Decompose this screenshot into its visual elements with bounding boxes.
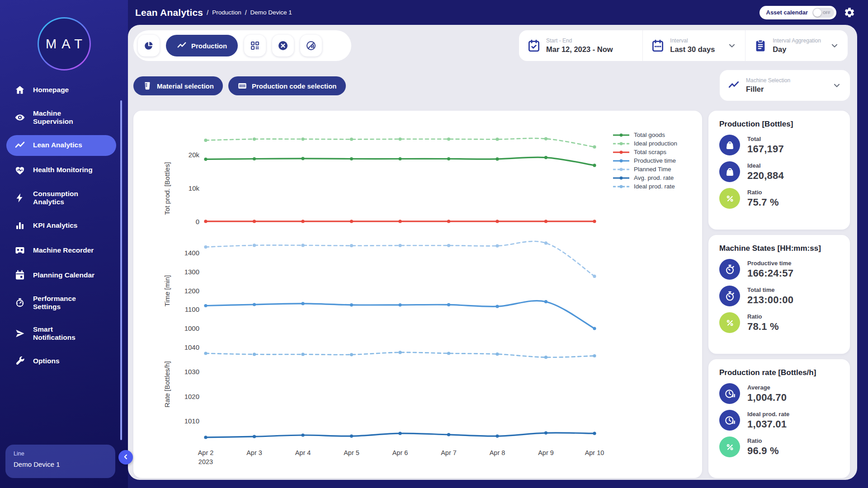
x-axis-label: Apr 22023 — [185, 449, 226, 466]
stat-row-total: Total 167,197 — [719, 135, 839, 155]
barcode-icon — [237, 81, 247, 91]
sidebar-item-label: Machine Recorder — [33, 246, 94, 254]
stat-row-ideal: Ideal 220,884 — [719, 161, 839, 182]
toggle-knob — [813, 9, 821, 17]
gear-icon — [844, 7, 855, 19]
clipboard-icon — [754, 39, 767, 52]
breadcrumb-separator: / — [207, 9, 208, 16]
chart-x-axis: Apr 22023Apr 3Apr 4Apr 5Apr 6Apr 7Apr 8A… — [133, 449, 702, 472]
sidebar-item-health-monitoring[interactable]: Health Monitoring — [6, 160, 116, 181]
interval-dropdown[interactable]: Interval Last 30 days — [642, 30, 745, 61]
eye-icon — [14, 112, 25, 123]
sidebar-item-label: Smart Notifications — [33, 325, 97, 342]
app-logo-text: MAT — [41, 37, 87, 52]
x-axis-label: Apr 10 — [574, 449, 615, 458]
sidebar-item-label: Planning Calendar — [33, 271, 94, 279]
stopwatch-icon — [719, 259, 740, 280]
asset-calendar-toggle-pill[interactable]: Asset calendar OFF — [760, 6, 837, 19]
trend-icon — [14, 140, 25, 151]
sidebar-item-kpi-analytics[interactable]: KPI Analytics — [6, 215, 116, 236]
sidebar-item-label: Consumption Analytics — [33, 190, 97, 206]
asset-calendar-switch[interactable]: OFF — [812, 8, 834, 18]
svg-text:0: 0 — [196, 218, 199, 225]
machine-selection-value: Filler — [746, 85, 826, 94]
settings-button[interactable] — [844, 7, 855, 19]
view-qr-button[interactable] — [244, 35, 266, 56]
stat-row-average: Average 1,004.70 — [719, 383, 839, 404]
device-name: Demo Device 1 — [14, 460, 107, 468]
production-code-selection-label: Production code selection — [252, 82, 337, 90]
svg-text:1400: 1400 — [184, 249, 199, 257]
trend-icon — [177, 41, 187, 51]
sidebar-item-label: Options — [33, 357, 60, 365]
device-card[interactable]: Line Demo Device 1 — [5, 445, 115, 478]
sidebar-collapse-button[interactable] — [118, 450, 133, 465]
stat-label: Ratio — [747, 189, 779, 196]
sidebar-item-smart-notifications[interactable]: Smart Notifications — [6, 320, 116, 347]
svg-text:Rate [Bottles/h]: Rate [Bottles/h] — [163, 361, 171, 408]
calendar-icon — [651, 39, 665, 52]
qr-icon — [250, 40, 260, 51]
svg-text:1300: 1300 — [184, 268, 199, 276]
sidebar-item-label: Lean Analytics — [33, 141, 82, 149]
sidebar-item-consumption-analytics[interactable]: Consumption Analytics — [6, 185, 116, 211]
sidebar-item-options[interactable]: Options — [6, 351, 116, 371]
calendar-check-icon — [527, 39, 541, 52]
stat-label: Total — [747, 136, 784, 142]
sidebar-item-homepage[interactable]: Homepage — [6, 80, 116, 100]
kpi-panel: Production [Bottles] Total 167,197 Ideal… — [708, 111, 850, 478]
chart-time-min-: 10001100120013001400Time [min] — [133, 239, 702, 337]
sidebar-scrollbar[interactable] — [120, 100, 122, 440]
svg-text:1010: 1010 — [184, 417, 199, 425]
x-axis-label: Apr 3 — [234, 449, 275, 458]
sidebar-item-lean-analytics[interactable]: Lean Analytics — [6, 135, 116, 156]
stat-row-total-time: Total time 213:00:00 — [719, 286, 839, 306]
machine-selection-dropdown[interactable]: Machine Selection Filler — [720, 70, 850, 101]
weight-icon — [719, 135, 740, 155]
sidebar-item-machine-recorder[interactable]: Machine Recorder — [6, 240, 116, 261]
stat-value: 220,884 — [747, 170, 784, 182]
view-production-button[interactable]: Production — [166, 35, 238, 56]
svg-text:1200: 1200 — [184, 287, 199, 295]
breadcrumb-device[interactable]: Demo Device 1 — [250, 9, 292, 16]
stat-card-title: Production rate [Bottles/h] — [719, 368, 839, 377]
stat-value: 75.7 % — [747, 197, 779, 208]
interval-value: Last 30 days — [670, 45, 722, 54]
chevron-left-icon — [122, 453, 130, 462]
chevron-down-icon — [727, 41, 737, 51]
page-title: Lean Analytics — [135, 7, 203, 18]
clock-pause-icon — [719, 383, 740, 404]
date-range-control[interactable]: Start - End Mar 12, 2023 - Now — [519, 30, 642, 61]
x-axis-label: Apr 8 — [477, 449, 518, 458]
bolt-icon — [14, 192, 25, 203]
stat-label: Total time — [747, 286, 793, 293]
start-end-value: Mar 12, 2023 - Now — [546, 45, 634, 54]
sidebar-item-machine-supervision[interactable]: Machine Supervision — [6, 104, 116, 131]
material-selection-button[interactable]: Material selection — [133, 76, 223, 95]
aggregation-dropdown[interactable]: Interval Aggregation Day — [745, 30, 848, 61]
stat-card-title: Production [Bottles] — [719, 120, 839, 129]
sidebar-item-label: Performance Settings — [33, 295, 97, 311]
production-code-selection-button[interactable]: Production code selection — [228, 76, 346, 95]
sidebar: MAT Homepage Machine Supervision Lean An… — [0, 0, 128, 488]
machine-selection-label: Machine Selection — [746, 77, 826, 84]
wrench-icon — [14, 356, 25, 366]
stat-value: 96.9 % — [747, 445, 779, 457]
chart-tot-prod-bottles-: 010k20kTot prod. [Bottles] — [133, 129, 702, 237]
view-pie-button[interactable] — [138, 35, 160, 56]
view-no-chart-button[interactable] — [300, 35, 322, 56]
no-chart-icon — [306, 40, 316, 51]
chevron-down-icon — [830, 41, 840, 51]
stopwatch-icon — [719, 286, 740, 306]
breadcrumb-production[interactable]: Production — [212, 9, 241, 16]
sidebar-item-planning-calendar[interactable]: Planning Calendar — [6, 265, 116, 286]
stat-label: Productive time — [747, 260, 793, 267]
breadcrumb-separator: / — [245, 9, 247, 16]
view-x-circle-button[interactable] — [272, 35, 294, 56]
svg-text:1000: 1000 — [184, 324, 199, 332]
x-axis-label: Apr 9 — [526, 449, 566, 458]
date-controls: Start - End Mar 12, 2023 - Now Interval … — [519, 30, 848, 61]
sidebar-item-performance-settings[interactable]: Performance Settings — [6, 290, 116, 316]
stat-row-productive-time: Productive time 166:24:57 — [719, 259, 839, 280]
clock-pause-icon — [719, 410, 740, 431]
